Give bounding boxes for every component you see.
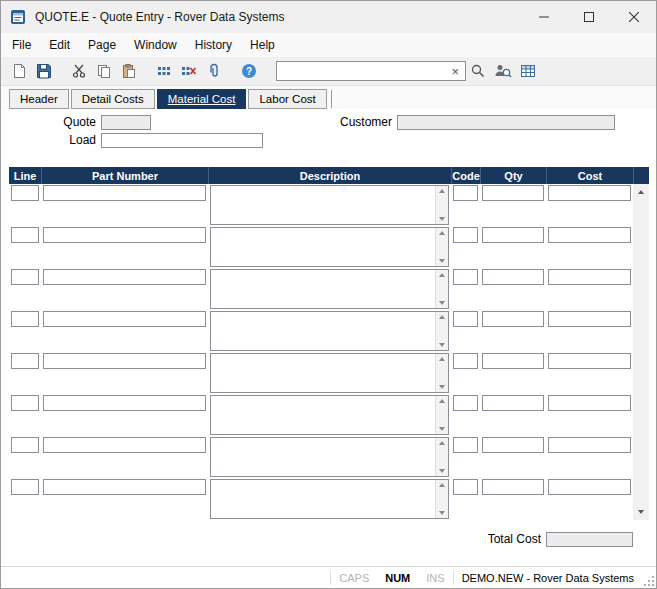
description-field[interactable] [210, 227, 449, 267]
resize-grip[interactable] [642, 567, 656, 588]
attach-button[interactable] [202, 59, 226, 83]
part-number-input[interactable] [43, 479, 206, 495]
cost-input[interactable] [548, 185, 631, 201]
close-button[interactable] [611, 1, 656, 33]
menu-help[interactable]: Help [241, 34, 284, 56]
menu-history[interactable]: History [186, 34, 241, 56]
description-textarea[interactable] [211, 186, 435, 224]
qty-input[interactable] [482, 395, 544, 411]
description-textarea[interactable] [211, 270, 435, 308]
insert-grid-button[interactable] [152, 59, 176, 83]
maximize-button[interactable] [566, 1, 611, 33]
description-textarea[interactable] [211, 312, 435, 350]
qty-input[interactable] [482, 227, 544, 243]
cost-input[interactable] [548, 437, 631, 453]
line-input[interactable] [11, 395, 39, 411]
minimize-button[interactable] [521, 1, 566, 33]
description-scrollbar[interactable] [435, 438, 448, 476]
scroll-up-icon[interactable] [439, 231, 445, 235]
description-scrollbar[interactable] [435, 228, 448, 266]
part-number-input[interactable] [43, 269, 206, 285]
description-scrollbar[interactable] [435, 354, 448, 392]
menu-file[interactable]: File [3, 34, 40, 56]
part-number-input[interactable] [43, 437, 206, 453]
description-field[interactable] [210, 185, 449, 225]
qty-input[interactable] [482, 479, 544, 495]
qty-input[interactable] [482, 311, 544, 327]
description-scrollbar[interactable] [435, 396, 448, 434]
scroll-up-icon[interactable] [439, 357, 445, 361]
description-field[interactable] [210, 395, 449, 435]
clear-search-icon[interactable]: × [448, 65, 462, 78]
search-button[interactable] [466, 59, 490, 83]
description-textarea[interactable] [211, 354, 435, 392]
scrollbar-down-button[interactable] [633, 504, 649, 520]
copy-button[interactable] [92, 59, 116, 83]
description-field[interactable] [210, 353, 449, 393]
cost-input[interactable] [548, 227, 631, 243]
description-field[interactable] [210, 479, 449, 519]
menu-edit[interactable]: Edit [40, 34, 79, 56]
qty-input[interactable] [482, 353, 544, 369]
qty-input[interactable] [482, 269, 544, 285]
part-number-input[interactable] [43, 311, 206, 327]
scroll-up-icon[interactable] [439, 399, 445, 403]
description-field[interactable] [210, 437, 449, 477]
part-number-input[interactable] [43, 395, 206, 411]
description-textarea[interactable] [211, 438, 435, 476]
user-search-button[interactable] [491, 59, 515, 83]
description-textarea[interactable] [211, 396, 435, 434]
code-input[interactable] [453, 353, 478, 369]
table-view-button[interactable] [516, 59, 540, 83]
grid-vertical-scrollbar[interactable] [633, 184, 649, 520]
description-scrollbar[interactable] [435, 270, 448, 308]
delete-grid-button[interactable] [177, 59, 201, 83]
load-input[interactable] [101, 133, 263, 148]
scroll-down-icon[interactable] [439, 301, 445, 305]
cost-input[interactable] [548, 395, 631, 411]
part-number-input[interactable] [43, 185, 206, 201]
description-textarea[interactable] [211, 228, 435, 266]
line-input[interactable] [11, 269, 39, 285]
line-input[interactable] [11, 437, 39, 453]
scroll-up-icon[interactable] [439, 273, 445, 277]
tab-detail-costs[interactable]: Detail Costs [71, 89, 155, 109]
tab-material-cost[interactable]: Material Cost [157, 89, 247, 109]
part-number-input[interactable] [43, 353, 206, 369]
code-input[interactable] [453, 311, 478, 327]
scrollbar-up-button[interactable] [633, 184, 649, 200]
scroll-down-icon[interactable] [439, 217, 445, 221]
menu-window[interactable]: Window [125, 34, 186, 56]
code-input[interactable] [453, 395, 478, 411]
code-input[interactable] [453, 437, 478, 453]
code-input[interactable] [453, 227, 478, 243]
code-input[interactable] [453, 479, 478, 495]
scroll-up-icon[interactable] [439, 189, 445, 193]
description-field[interactable] [210, 311, 449, 351]
save-button[interactable] [32, 59, 56, 83]
scroll-up-icon[interactable] [439, 315, 445, 319]
description-scrollbar[interactable] [435, 186, 448, 224]
paste-button[interactable] [117, 59, 141, 83]
help-button[interactable]: ? [237, 59, 261, 83]
quote-input[interactable] [101, 115, 151, 130]
scroll-down-icon[interactable] [439, 427, 445, 431]
code-input[interactable] [453, 269, 478, 285]
line-input[interactable] [11, 185, 39, 201]
line-input[interactable] [11, 227, 39, 243]
scroll-down-icon[interactable] [439, 511, 445, 515]
menu-page[interactable]: Page [79, 34, 125, 56]
scroll-down-icon[interactable] [439, 343, 445, 347]
code-input[interactable] [453, 185, 478, 201]
scroll-up-icon[interactable] [439, 483, 445, 487]
cost-input[interactable] [548, 479, 631, 495]
search-input[interactable] [280, 63, 448, 79]
description-scrollbar[interactable] [435, 312, 448, 350]
tab-header[interactable]: Header [9, 89, 69, 109]
cost-input[interactable] [548, 353, 631, 369]
qty-input[interactable] [482, 185, 544, 201]
scroll-down-icon[interactable] [439, 469, 445, 473]
cost-input[interactable] [548, 311, 631, 327]
part-number-input[interactable] [43, 227, 206, 243]
cost-input[interactable] [548, 269, 631, 285]
